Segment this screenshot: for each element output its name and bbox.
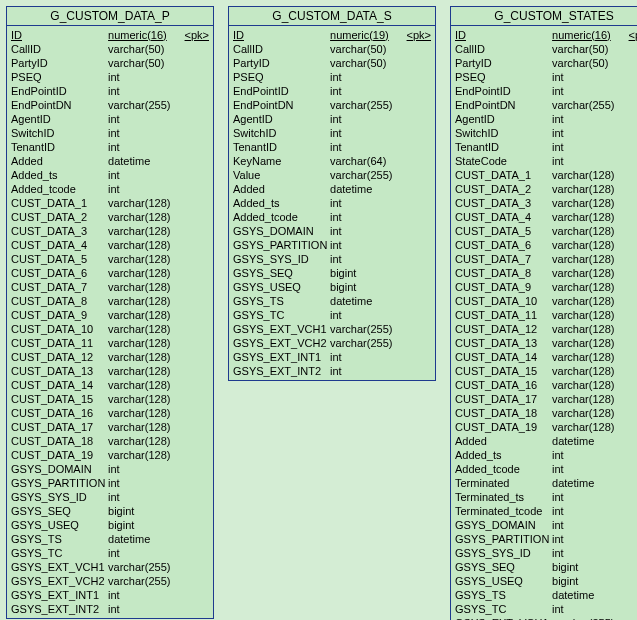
column-row: SwitchIDint <box>455 126 637 140</box>
column-row: SwitchIDint <box>233 126 431 140</box>
column-type: varchar(255) <box>552 98 624 112</box>
column-type: int <box>108 168 180 182</box>
column-name: CUST_DATA_10 <box>455 294 552 308</box>
column-row: CUST_DATA_14varchar(128) <box>11 378 209 392</box>
column-name: Terminated <box>455 476 552 490</box>
column-pk-marker <box>402 154 431 168</box>
column-type: varchar(50) <box>330 42 402 56</box>
column-row: CUST_DATA_4varchar(128) <box>11 238 209 252</box>
column-pk-marker <box>624 616 637 620</box>
column-name: GSYS_PARTITION <box>233 238 330 252</box>
column-type: varchar(128) <box>108 266 180 280</box>
column-row: CUST_DATA_15varchar(128) <box>11 392 209 406</box>
column-name: ID <box>455 28 552 42</box>
column-name: CUST_DATA_7 <box>11 280 108 294</box>
column-type: varchar(128) <box>552 406 624 420</box>
column-row: CUST_DATA_5varchar(128) <box>455 224 637 238</box>
column-type: int <box>552 462 624 476</box>
column-pk-marker <box>180 210 209 224</box>
column-name: Added <box>455 434 552 448</box>
column-name: CUST_DATA_10 <box>11 322 108 336</box>
column-pk-marker <box>180 392 209 406</box>
column-type: varchar(128) <box>552 392 624 406</box>
column-name: GSYS_USEQ <box>11 518 108 532</box>
column-type: int <box>330 196 402 210</box>
column-type: int <box>330 140 402 154</box>
column-name: GSYS_TC <box>11 546 108 560</box>
column-type: varchar(128) <box>108 420 180 434</box>
column-type: int <box>108 112 180 126</box>
column-type: int <box>330 126 402 140</box>
table-header: G_CUSTOM_DATA_S <box>229 7 435 26</box>
column-type: varchar(128) <box>108 294 180 308</box>
column-pk-marker <box>624 490 637 504</box>
column-pk-marker <box>624 420 637 434</box>
column-row: PSEQint <box>11 70 209 84</box>
column-row: Added_tsint <box>455 448 637 462</box>
column-pk-marker <box>624 392 637 406</box>
column-type: varchar(128) <box>108 322 180 336</box>
column-pk-marker <box>402 280 431 294</box>
column-name: GSYS_TS <box>455 588 552 602</box>
column-row: CUST_DATA_10varchar(128) <box>11 322 209 336</box>
column-pk-marker <box>180 84 209 98</box>
column-pk-marker <box>180 476 209 490</box>
column-type: datetime <box>552 434 624 448</box>
column-pk-marker <box>624 364 637 378</box>
column-row: GSYS_EXT_INT1int <box>233 350 431 364</box>
column-row: PartyIDvarchar(50) <box>11 56 209 70</box>
column-row: CUST_DATA_3varchar(128) <box>455 196 637 210</box>
column-name: CallID <box>455 42 552 56</box>
column-pk-marker <box>624 560 637 574</box>
column-row: StateCodeint <box>455 154 637 168</box>
column-pk-marker <box>402 182 431 196</box>
column-pk-marker <box>180 532 209 546</box>
column-row: GSYS_EXT_INT1int <box>11 588 209 602</box>
column-name: CUST_DATA_4 <box>455 210 552 224</box>
column-row: CUST_DATA_6varchar(128) <box>11 266 209 280</box>
column-name: CUST_DATA_5 <box>11 252 108 266</box>
column-pk-marker <box>180 196 209 210</box>
column-pk-marker <box>402 112 431 126</box>
column-type: varchar(128) <box>552 182 624 196</box>
column-name: CUST_DATA_2 <box>455 182 552 196</box>
column-pk-marker <box>624 448 637 462</box>
column-pk-marker <box>624 322 637 336</box>
column-name: Terminated_tcode <box>455 504 552 518</box>
column-row: CUST_DATA_2varchar(128) <box>11 210 209 224</box>
column-type: varchar(128) <box>108 434 180 448</box>
column-row: PartyIDvarchar(50) <box>233 56 431 70</box>
column-pk-marker <box>624 266 637 280</box>
column-name: PSEQ <box>455 70 552 84</box>
column-type: int <box>108 140 180 154</box>
column-type: varchar(128) <box>108 364 180 378</box>
column-name: CUST_DATA_2 <box>11 210 108 224</box>
column-type: int <box>552 448 624 462</box>
column-type: varchar(128) <box>108 280 180 294</box>
column-row: CUST_DATA_17varchar(128) <box>455 392 637 406</box>
column-pk-marker <box>180 168 209 182</box>
column-type: numeric(16) <box>552 28 624 42</box>
column-row: GSYS_SEQbigint <box>11 504 209 518</box>
column-row: GSYS_SYS_IDint <box>455 546 637 560</box>
column-pk-marker <box>624 406 637 420</box>
column-pk-marker <box>624 182 637 196</box>
column-type: varchar(128) <box>108 336 180 350</box>
column-type: int <box>552 112 624 126</box>
column-row: CUST_DATA_9varchar(128) <box>455 280 637 294</box>
column-type: int <box>552 546 624 560</box>
column-type: bigint <box>330 280 402 294</box>
table-G_CUSTOM_STATES: G_CUSTOM_STATESIDnumeric(16)<pk>CallIDva… <box>450 6 637 620</box>
column-name: GSYS_EXT_VCH1 <box>455 616 552 620</box>
column-pk-marker <box>624 98 637 112</box>
column-pk-marker <box>180 308 209 322</box>
column-name: TenantID <box>455 140 552 154</box>
column-pk-marker <box>624 84 637 98</box>
column-pk-marker <box>402 196 431 210</box>
column-pk-marker <box>402 252 431 266</box>
column-pk-marker <box>402 210 431 224</box>
column-pk-marker <box>624 294 637 308</box>
column-type: int <box>552 70 624 84</box>
column-name: GSYS_TC <box>455 602 552 616</box>
column-type: int <box>552 84 624 98</box>
